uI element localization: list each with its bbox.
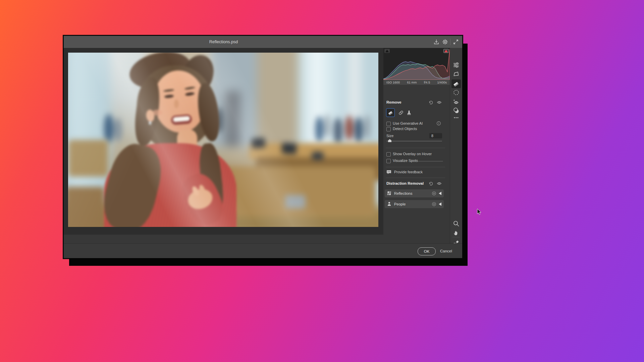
photo-haze bbox=[68, 53, 378, 227]
canvas-image[interactable] bbox=[68, 53, 378, 227]
panel-divider-3 bbox=[386, 178, 445, 178]
cancel-button[interactable]: Cancel bbox=[440, 247, 452, 255]
distraction-preview-eye-icon[interactable] bbox=[437, 181, 442, 186]
remove-preview-eye-icon[interactable] bbox=[437, 100, 442, 105]
panel-divider-2 bbox=[386, 167, 445, 167]
people-label: People bbox=[394, 200, 406, 208]
reflections-icon bbox=[387, 191, 392, 196]
remove-eraser-tool[interactable] bbox=[386, 109, 394, 117]
reflections-collapse-arrow[interactable] bbox=[439, 192, 441, 195]
people-layer-row[interactable]: People bbox=[385, 200, 444, 208]
ok-button[interactable]: OK bbox=[418, 247, 436, 255]
panel-divider bbox=[386, 148, 445, 148]
tool-strip bbox=[450, 48, 462, 243]
settings-gear-icon[interactable] bbox=[442, 39, 448, 45]
distraction-removal-title: Distraction Removal bbox=[386, 181, 424, 185]
reset-distraction-icon[interactable] bbox=[428, 181, 433, 186]
presets-circles-icon[interactable] bbox=[453, 107, 460, 114]
exif-focal-length: 61 mm bbox=[407, 80, 417, 84]
edit-sliders-icon[interactable] bbox=[453, 62, 460, 68]
people-collapse-arrow[interactable] bbox=[439, 202, 441, 206]
reflections-eye-icon[interactable] bbox=[432, 191, 436, 196]
size-slider-track[interactable] bbox=[386, 141, 442, 141]
export-download-icon[interactable] bbox=[433, 39, 439, 45]
title-bar: Reflections.psd bbox=[64, 36, 462, 48]
reflections-label: Reflections bbox=[394, 189, 412, 197]
use-generative-ai-checkbox[interactable] bbox=[386, 122, 391, 126]
people-icon bbox=[387, 201, 392, 206]
edit-panel: ISO 1600 61 mm f/4.5 1/400s Remove Use G… bbox=[383, 48, 450, 243]
exif-info-bar: ISO 1600 61 mm f/4.5 1/400s bbox=[383, 80, 450, 85]
fullscreen-expand-icon[interactable] bbox=[453, 39, 459, 45]
dialog-footer: OK Cancel bbox=[64, 243, 462, 258]
show-overlay-checkbox[interactable] bbox=[386, 152, 391, 157]
remove-eraser-tool-icon[interactable] bbox=[453, 80, 460, 87]
visualize-spots-checkbox[interactable] bbox=[386, 159, 391, 163]
show-overlay-label: Show Overlay on Hover bbox=[393, 152, 432, 156]
exif-iso: ISO 1600 bbox=[386, 80, 400, 84]
visualize-spots-slider[interactable] bbox=[418, 161, 443, 162]
size-slider-thumb[interactable] bbox=[388, 139, 391, 142]
shadow-clipping-indicator[interactable] bbox=[384, 49, 390, 53]
app-window: Reflections.psd bbox=[64, 36, 462, 258]
size-value-field[interactable]: 8 bbox=[429, 133, 442, 138]
mouse-cursor bbox=[477, 208, 482, 216]
reflections-layer-row[interactable]: Reflections bbox=[385, 189, 444, 197]
detect-objects-label: Detect Objects bbox=[393, 127, 417, 131]
zoom-magnifier-icon[interactable] bbox=[453, 220, 460, 227]
people-eye-icon[interactable] bbox=[432, 202, 436, 206]
size-label: Size bbox=[386, 134, 393, 138]
remove-section-title: Remove bbox=[386, 100, 401, 104]
window-title: Reflections.psd bbox=[64, 36, 383, 48]
exif-shutter: 1/400s bbox=[437, 80, 447, 84]
more-options-icon[interactable] bbox=[453, 114, 460, 121]
exif-aperture: f/4.5 bbox=[424, 80, 430, 84]
highlight-clipping-indicator[interactable] bbox=[443, 49, 449, 53]
canvas-area: Fit (157.4%) 100% bbox=[64, 48, 383, 235]
crop-transform-icon[interactable] bbox=[453, 71, 460, 77]
titlebar-divider bbox=[450, 39, 450, 45]
provide-feedback-link[interactable]: Provide feedback bbox=[394, 170, 423, 174]
detect-objects-checkbox[interactable] bbox=[386, 127, 391, 131]
histogram bbox=[383, 48, 450, 80]
use-generative-ai-label: Use Generative AI bbox=[393, 121, 423, 125]
reset-remove-icon[interactable] bbox=[428, 100, 433, 105]
info-icon[interactable] bbox=[436, 121, 441, 126]
clone-stamp-tool[interactable] bbox=[405, 109, 413, 117]
heal-tool[interactable] bbox=[397, 109, 405, 117]
hand-pan-icon[interactable] bbox=[453, 229, 460, 236]
feedback-bubble-icon[interactable] bbox=[386, 169, 392, 175]
red-eye-tool-icon[interactable] bbox=[453, 98, 460, 105]
toolbar-divider bbox=[452, 237, 460, 237]
masking-dashed-circle-icon[interactable] bbox=[453, 89, 460, 96]
visualize-spots-label: Visualize Spots bbox=[393, 159, 418, 163]
